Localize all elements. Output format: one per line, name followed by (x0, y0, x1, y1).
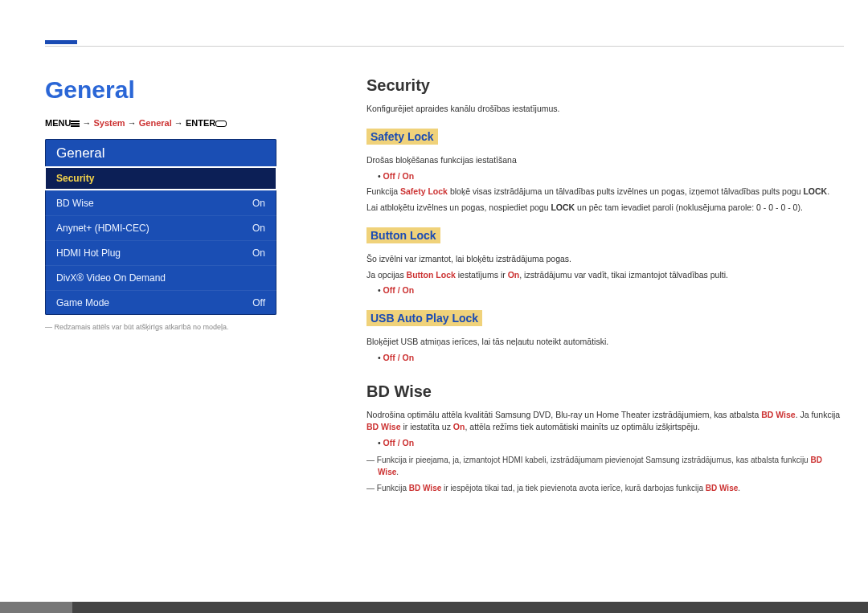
t-red: On (508, 270, 520, 280)
off-on-text: Off / On (383, 285, 415, 295)
bdwise-note1: Funkcija ir pieejama, ja, izmantojot HDM… (366, 454, 844, 478)
bdwise-options: Off / On (366, 437, 844, 450)
usb-lock-options: Off / On (366, 352, 844, 365)
subheading-usb-lock: USB Auto Play Lock (366, 310, 482, 326)
t-red: BD Wise (366, 422, 401, 431)
header-rule (45, 46, 844, 47)
menu-item-value: Off (252, 297, 265, 309)
breadcrumb-arrow: → (128, 118, 139, 128)
t: . Ja funkcija (796, 410, 840, 419)
t: , izstrādājumu var vadīt, tikai izmantoj… (519, 270, 728, 280)
menu-item-label: DivX® Video On Demand (56, 272, 166, 284)
t: ir iespējota tikai tad, ja tiek pievieno… (441, 484, 706, 492)
breadcrumb-enter: ENTER (186, 118, 215, 128)
t-red: BD Wise (706, 484, 738, 492)
header-color-mark (45, 40, 77, 44)
subheading-button-lock: Button Lock (366, 227, 440, 243)
t: un pēc tam ievadiet paroli (noklusējuma … (575, 202, 803, 212)
menu-item-label: BD Wise (56, 198, 94, 209)
t: iestatījums ir (456, 270, 508, 280)
t: . (396, 468, 399, 476)
security-intro: Konfigurējiet apraides kanālu drošības i… (366, 103, 844, 116)
t-red: BD Wise (409, 484, 441, 492)
menu-item-hdmi-hotplug[interactable]: HDMI Hot Plug On (45, 240, 276, 265)
menu-item-value: On (252, 247, 265, 259)
breadcrumb-general: General (139, 118, 172, 128)
t: Funkcija (366, 186, 400, 196)
section-heading-bdwise: BD Wise (366, 382, 844, 401)
subheading-safety-lock: Safety Lock (366, 129, 438, 145)
osd-menu-title: General (45, 139, 276, 166)
button-lock-options: Off / On (366, 284, 844, 297)
off-on-text: Off / On (383, 171, 415, 181)
safety-lock-options: Off / On (366, 170, 844, 183)
t: ir iestatīta uz (401, 422, 453, 431)
t-red: On (453, 422, 465, 431)
t: Ja opcijas (366, 270, 407, 280)
menu-item-anynet[interactable]: Anynet+ (HDMI-CEC) On (45, 215, 276, 240)
menu-item-value: On (252, 198, 265, 209)
menu-icon (71, 121, 80, 127)
t: Nodrošina optimālu attēla kvalitāti Sams… (366, 410, 761, 419)
t-bold: LOCK (803, 186, 827, 196)
enter-icon (215, 121, 227, 127)
button-lock-p1: Šo izvēlni var izmantot, lai bloķētu izs… (366, 253, 844, 266)
t: . (827, 186, 829, 196)
menu-item-label: Anynet+ (HDMI-CEC) (56, 223, 149, 234)
breadcrumb-arrow: → (174, 118, 186, 128)
off-on-text: Off / On (383, 353, 415, 362)
t-red: BD Wise (761, 410, 796, 419)
t-bold: LOCK (551, 202, 575, 212)
t: bloķē visas izstrādājuma un tālvadības p… (448, 186, 803, 196)
bdwise-para: Nodrošina optimālu attēla kvalitāti Sams… (366, 409, 844, 435)
bottom-scrollbar[interactable] (0, 602, 868, 613)
usb-lock-p1: Bloķējiet USB atmiņas ierīces, lai tās n… (366, 336, 844, 349)
breadcrumb-system: System (94, 118, 125, 128)
t: Funkcija ir pieejama, ja, izmantojot HDM… (377, 456, 811, 464)
menu-item-label: HDMI Hot Plug (56, 247, 121, 259)
menu-item-security[interactable]: Security (44, 166, 277, 190)
t: Funkcija (377, 484, 409, 492)
breadcrumb-menu: MENU (45, 118, 71, 128)
safety-lock-desc: Drošas bloķēšanas funkcijas iestatīšana (366, 154, 844, 167)
menu-item-divx[interactable]: DivX® Video On Demand (45, 265, 276, 290)
t: . (738, 484, 740, 492)
menu-item-gamemode[interactable]: Game Mode Off (45, 290, 276, 315)
button-lock-p2: Ja opcijas Button Lock iestatījums ir On… (366, 269, 844, 282)
menu-item-bdwise[interactable]: BD Wise On (45, 190, 276, 215)
safety-lock-para2: Funkcija Safety Lock bloķē visas izstrād… (366, 186, 844, 198)
t: , attēla režīms tiek automātiski mainīts… (465, 422, 699, 431)
osd-menu-panel: General Security BD Wise On Anynet+ (HDM… (45, 139, 276, 315)
section-heading-security: Security (366, 76, 844, 95)
menu-item-value: On (252, 223, 265, 234)
t: Lai atbloķētu izvēlnes un pogas, nospied… (366, 202, 551, 212)
safety-lock-para3: Lai atbloķētu izvēlnes un pogas, nospied… (366, 202, 844, 215)
menu-item-label: Security (56, 173, 94, 184)
menu-item-label: Game Mode (56, 297, 109, 309)
bdwise-note2: Funkcija BD Wise ir iespējota tikai tad,… (366, 482, 844, 494)
off-on-text: Off / On (383, 438, 415, 447)
breadcrumb-arrow: → (82, 118, 93, 128)
t-red: Button Lock (407, 270, 456, 280)
t-red: Safety Lock (400, 186, 448, 196)
